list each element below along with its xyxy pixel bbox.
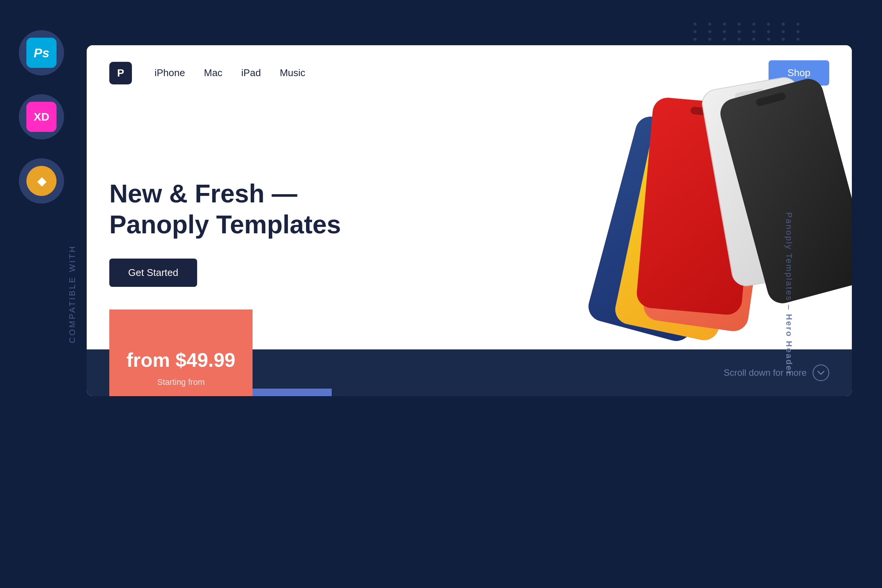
dot [694, 38, 697, 41]
compatible-label: COMPATIBLE WITH [67, 245, 77, 343]
dot [752, 23, 755, 26]
sketch-logo: ◆ [26, 166, 57, 196]
dot [782, 30, 785, 33]
price-card: from $49.99 Starting from [109, 309, 253, 396]
get-started-button[interactable]: Get Started [109, 259, 197, 287]
sketch-icon[interactable]: ◆ [19, 158, 64, 204]
dot [708, 30, 711, 33]
ps-logo: Ps [26, 38, 57, 68]
dot [767, 38, 770, 41]
dot [782, 38, 785, 41]
hero-card: P iPhone Mac iPad Music Shop New & Fresh… [87, 45, 852, 396]
dot [738, 30, 741, 33]
nav-iphone[interactable]: iPhone [155, 67, 185, 79]
hero-title-line2: Panoply Templates [109, 210, 341, 239]
right-label-prefix: Panoply Templates – [784, 212, 794, 314]
nav-ipad[interactable]: iPad [241, 67, 261, 79]
dot [694, 30, 697, 33]
dot [796, 38, 799, 41]
price-subtitle: Starting from [157, 377, 205, 387]
dot [694, 23, 697, 26]
dot [738, 23, 741, 26]
dot [767, 30, 770, 33]
dot [752, 38, 755, 41]
chevron-down-icon [817, 371, 825, 375]
dot [782, 23, 785, 26]
main-container: P iPhone Mac iPad Music Shop New & Fresh… [87, 45, 852, 543]
dot [796, 30, 799, 33]
photoshop-icon[interactable]: Ps [19, 30, 64, 75]
logo[interactable]: P [109, 62, 132, 84]
xd-icon[interactable]: XD [19, 94, 64, 139]
dot [738, 38, 741, 41]
right-label-suffix: Hero Header [784, 314, 794, 376]
scroll-label: Scroll down for more [724, 368, 807, 378]
dot [796, 23, 799, 26]
dot [723, 38, 726, 41]
phone-notch [755, 92, 786, 107]
dot [723, 30, 726, 33]
phones-illustration [596, 78, 852, 349]
hero-content: New & Fresh — Panoply Templates Get Star… [109, 123, 505, 327]
dot [708, 23, 711, 26]
xd-logo: XD [26, 102, 57, 132]
right-side-label: Panoply Templates – Hero Header [784, 212, 794, 376]
nav-links: iPhone Mac iPad Music [155, 67, 746, 79]
nav-mac[interactable]: Mac [204, 67, 222, 79]
dot [767, 23, 770, 26]
scroll-down[interactable]: Scroll down for more [724, 364, 829, 381]
price-amount: from $49.99 [126, 349, 235, 371]
dot [708, 38, 711, 41]
hero-title: New & Fresh — Panoply Templates [109, 178, 505, 240]
nav-music[interactable]: Music [280, 67, 305, 79]
hero-title-line1: New & Fresh — [109, 179, 297, 208]
scroll-arrow-icon[interactable] [813, 364, 829, 381]
dot [723, 23, 726, 26]
dot [752, 30, 755, 33]
sidebar: Ps XD ◆ COMPATIBLE WITH [0, 0, 83, 588]
